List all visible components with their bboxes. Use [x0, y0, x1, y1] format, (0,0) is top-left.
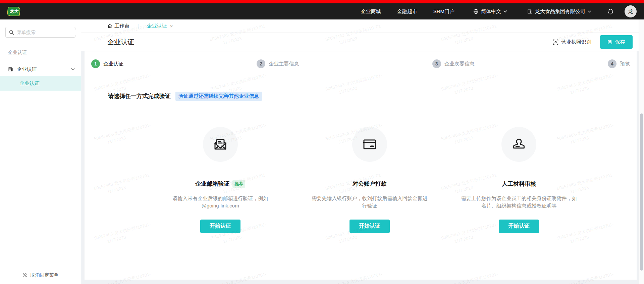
tab-divider: |: [138, 23, 139, 29]
scan-icon: [553, 39, 558, 45]
building-icon: [527, 9, 533, 14]
method-card-manual: 人工材料审核 需要上传您作为该企业员工的相关身份证明附件，如名片、组织架构信息或…: [444, 127, 594, 233]
step-4: 4 预览: [608, 59, 630, 68]
method-manual-title: 人工材料审核: [502, 180, 536, 188]
step-connector: [129, 64, 251, 64]
brand-logo[interactable]: 龙大: [7, 7, 21, 16]
globe-icon: [473, 9, 479, 14]
sidebar: 企业认证 企业认证 企业认证 取消固定菜: [0, 19, 81, 284]
step-1-label: 企业认证: [103, 61, 123, 67]
step-1-circle: 1: [91, 59, 100, 68]
verification-methods: 企业邮箱验证 推荐 请输入带有企业后缀的邮箱进行验证，例如 @going-lin…: [146, 127, 594, 233]
nav-srm-portal[interactable]: SRM门户: [433, 8, 454, 15]
main-area: 工作台 | 企业认证 × 企业认证 营业执照识别: [81, 19, 644, 284]
tab-bar: 工作台 | 企业认证 ×: [81, 19, 644, 33]
chevron-down-icon: [71, 68, 75, 70]
user-avatar[interactable]: 龙: [625, 5, 637, 17]
title-bar: 企业认证 营业执照识别: [81, 33, 644, 51]
stamp-icon: [501, 127, 536, 162]
notification-bell-icon[interactable]: [607, 8, 614, 15]
method-card-email: 企业邮箱验证 推荐 请输入带有企业后缀的邮箱进行验证，例如 @going-lin…: [146, 127, 295, 233]
start-cert-bank-button[interactable]: 开始认证: [350, 220, 390, 233]
content-area: 1 企业认证 2 企业主要信息 3 企业次要信息 4: [81, 51, 644, 284]
brand-logo-text: 龙大: [9, 8, 18, 14]
menu-group-label: 企业认证: [8, 50, 81, 56]
recommended-badge: 推荐: [232, 180, 245, 188]
menu-search-input[interactable]: [17, 30, 77, 35]
save-disk-icon: [607, 40, 612, 45]
search-icon: [9, 30, 14, 35]
step-4-circle: 4: [608, 59, 616, 68]
tab-close-icon[interactable]: ×: [170, 23, 173, 29]
method-bank-desc: 需要先输入银行账户，收到打款后需输入回款金额进行验证: [312, 195, 427, 209]
tab-workbench-label: 工作台: [114, 23, 129, 29]
start-cert-manual-button[interactable]: 开始认证: [499, 220, 539, 233]
sidebar-parent-label: 企业认证: [17, 66, 37, 73]
step-2-label: 企业主要信息: [269, 61, 299, 67]
unpin-menu-label: 取消固定菜单: [31, 272, 59, 278]
nav-finance-market[interactable]: 金融超市: [397, 8, 417, 15]
company-name: 龙大食品集团有限公司: [535, 8, 585, 15]
building-icon: [8, 66, 13, 72]
method-manual-desc: 需要上传您作为该企业员工的相关身份证明附件，如名片、组织架构信息或授权证明等: [461, 195, 577, 209]
page-title: 企业认证: [107, 38, 134, 47]
tab-enterprise-cert-label: 企业认证: [147, 23, 167, 29]
step-connector: [304, 64, 427, 64]
chevron-down-icon: [588, 10, 591, 13]
method-card-bank: 对公账户打款 需要先输入银行账户，收到打款后需输入回款金额进行验证 开始认证: [295, 127, 444, 233]
save-button[interactable]: 保存: [600, 35, 633, 49]
sidebar-item-enterprise-cert[interactable]: 企业认证: [0, 76, 81, 91]
step-1: 1 企业认证: [91, 59, 123, 68]
open-email-icon: [203, 127, 238, 162]
step-2-circle: 2: [257, 59, 265, 68]
certification-panel: 1 企业认证 2 企业主要信息 3 企业次要信息 4: [85, 51, 637, 280]
language-label: 简体中文: [481, 8, 501, 15]
step-3: 3 企业次要信息: [432, 59, 475, 68]
verification-notice: 验证通过还需继续完善其他企业信息: [175, 92, 262, 101]
stepper: 1 企业认证 2 企业主要信息 3 企业次要信息 4: [85, 59, 637, 68]
header-nav: 企业商城 金融超市 SRM门户 简体中文 龙大食品集团有限公司: [345, 5, 637, 17]
step-2: 2 企业主要信息: [257, 59, 299, 68]
step-connector: [480, 64, 602, 64]
menu-search-box: [5, 27, 75, 38]
step-4-label: 预览: [620, 61, 630, 67]
step-3-circle: 3: [432, 59, 441, 68]
method-email-title: 企业邮箱验证: [195, 180, 229, 188]
bank-card-icon: [352, 127, 387, 162]
save-label: 保存: [615, 39, 625, 45]
tab-enterprise-cert[interactable]: 企业认证 ×: [147, 23, 173, 29]
step-3-label: 企业次要信息: [444, 61, 475, 67]
method-bank-title: 对公账户打款: [353, 180, 387, 188]
business-license-ocr-label: 营业执照识别: [561, 39, 591, 45]
language-selector[interactable]: 简体中文: [473, 8, 507, 15]
sidebar-item-enterprise-cert-parent[interactable]: 企业认证: [0, 62, 81, 76]
method-email-desc: 请输入带有企业后缀的邮箱进行验证，例如 @going-link.com: [162, 195, 278, 209]
company-selector[interactable]: 龙大食品集团有限公司: [527, 8, 591, 15]
nav-enterprise-mall[interactable]: 企业商城: [361, 8, 381, 15]
home-icon: [107, 23, 112, 29]
scrollbar-thumb[interactable]: [640, 113, 643, 271]
tab-workbench[interactable]: 工作台: [107, 23, 129, 29]
pin-slash-icon: [22, 273, 28, 278]
scrollbar-track[interactable]: [639, 19, 644, 284]
business-license-ocr-button[interactable]: 营业执照识别: [553, 39, 591, 45]
unpin-menu-button[interactable]: 取消固定菜单: [0, 266, 81, 284]
chevron-down-icon: [503, 10, 507, 13]
start-cert-email-button[interactable]: 开始认证: [200, 220, 240, 233]
app-header: 龙大 企业商城 金融超市 SRM门户 简体中文 龙大食品集团有限公司: [0, 3, 644, 19]
top-accent-bar: [0, 0, 644, 3]
verification-heading: 请选择任一方式完成验证: [108, 92, 171, 100]
